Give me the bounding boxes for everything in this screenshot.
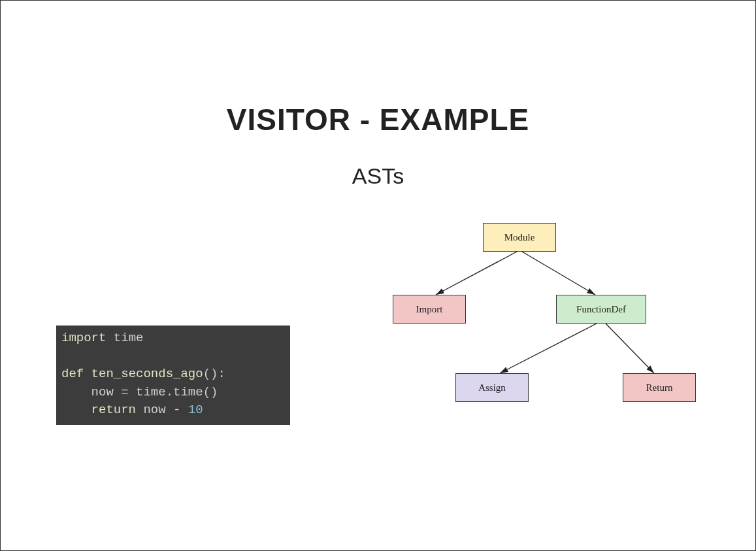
code-module-time: time xyxy=(114,331,144,345)
ast-node-module: Module xyxy=(483,223,556,252)
code-snippet: import time def ten_seconds_ago(): now =… xyxy=(56,326,290,425)
ast-node-functiondef: FunctionDef xyxy=(556,295,646,324)
ast-node-return: Return xyxy=(623,373,696,402)
ast-diagram: Module Import FunctionDef Assign Return xyxy=(340,216,719,432)
ast-node-import: Import xyxy=(393,295,466,324)
code-number-10: 10 xyxy=(188,403,203,417)
code-equals: = xyxy=(121,385,128,399)
code-indent xyxy=(61,385,91,399)
code-keyword-import: import xyxy=(61,331,106,345)
code-indent xyxy=(61,403,91,417)
code-call-time: time.time() xyxy=(136,385,218,399)
ast-node-assign: Assign xyxy=(455,373,529,402)
svg-line-3 xyxy=(606,324,654,373)
code-var-now: now xyxy=(91,385,114,399)
svg-line-2 xyxy=(500,324,597,373)
slide-subtitle: ASTs xyxy=(1,163,755,189)
code-function-name: ten_seconds_ago xyxy=(91,367,203,381)
slide-content: import time def ten_seconds_ago(): now =… xyxy=(1,216,755,550)
svg-line-0 xyxy=(436,252,517,295)
code-var-now2: now xyxy=(143,403,165,417)
slide-title: VISITOR - EXAMPLE xyxy=(1,102,755,137)
code-keyword-def: def xyxy=(61,367,84,381)
svg-line-1 xyxy=(522,252,595,295)
code-paren-colon: (): xyxy=(203,367,225,381)
code-keyword-return: return xyxy=(91,403,136,417)
code-minus: - xyxy=(173,403,180,417)
